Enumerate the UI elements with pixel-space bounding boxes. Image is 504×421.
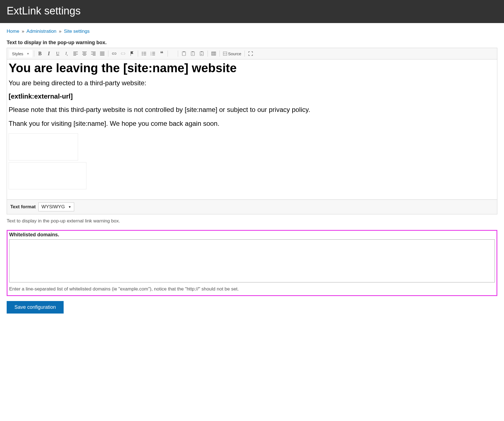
paste-text-button[interactable]: T [189,50,197,57]
whitelist-description: Enter a line-separated list of whitelist… [9,286,495,292]
maximize-button[interactable] [246,50,255,57]
svg-rect-36 [211,52,216,56]
styles-label: Styles [12,51,23,56]
editor-paragraph: Please note that this third-party websit… [9,105,495,114]
link-button[interactable] [110,50,118,57]
toolbar-separator [219,51,220,57]
toolbar-separator [168,51,168,57]
breadcrumb-home[interactable]: Home [7,29,19,34]
underline-button[interactable]: U [54,50,62,57]
whitelist-label: Whitelisted domains. [9,232,495,238]
text-format-label: Text format [10,204,36,210]
toolbar-separator [34,51,34,57]
numbered-list-button[interactable]: 123 [149,50,157,57]
table-button[interactable] [209,50,218,57]
main-content: Home » Administration » Site settings Te… [0,23,504,319]
text-format-bar: Text format WYSIWYG ▼ [7,200,497,214]
toolbar-separator [208,51,208,57]
align-center-button[interactable] [80,50,89,57]
wysiwyg-editor: Styles ▼ B I U Ix [7,48,497,200]
whitelist-textarea[interactable] [9,239,495,282]
svg-rect-28 [182,52,186,56]
page-header: ExtLink settings [0,0,504,23]
text-format-select[interactable]: WYSIWYG ▼ [38,202,74,211]
breadcrumb-administration[interactable]: Administration [26,29,56,34]
flag-button[interactable] [128,50,136,57]
editor-paragraph: You are being directed to a third-party … [9,79,495,87]
toolbar-separator [138,51,138,57]
editor-toolbar: Styles ▼ B I U Ix [7,48,497,59]
blockquote-button[interactable]: ❝ [158,50,166,57]
svg-point-16 [142,52,143,53]
unlink-button[interactable] [119,50,127,57]
page-title: ExtLink settings [7,5,497,17]
align-right-button[interactable] [89,50,98,57]
save-configuration-button[interactable]: Save configuration [7,301,64,314]
source-label: Source [228,51,241,56]
editor-token: [extlink:external-url] [9,92,495,100]
source-button[interactable]: Source [221,50,243,57]
editor-content-area[interactable]: You are leaving the [site:name] website … [7,59,497,199]
svg-rect-29 [183,51,185,52]
bold-button[interactable]: B [36,50,44,57]
caret-down-icon: ▼ [27,52,29,55]
breadcrumb-separator: » [22,29,24,34]
styles-dropdown[interactable]: Styles ▼ [9,50,32,57]
whitelist-section: Whitelisted domains. Enter a line-separa… [7,230,497,296]
align-left-button[interactable] [71,50,80,57]
svg-text:W: W [201,53,203,55]
breadcrumb-site-settings[interactable]: Site settings [64,29,90,34]
italic-button[interactable]: I [45,50,53,57]
text-format-selected: WYSIWYG [41,204,65,210]
bulleted-list-button[interactable] [140,50,148,57]
svg-text:3: 3 [151,54,151,56]
editor-heading: You are leaving the [site:name] website [9,61,495,75]
paste-word-button[interactable]: W [198,50,206,57]
editor-placeholder-box [9,133,78,161]
toolbar-separator [108,51,108,57]
paste-button[interactable] [180,50,188,57]
svg-rect-34 [201,51,203,52]
caret-down-icon: ▼ [68,205,71,209]
svg-text:T: T [192,53,193,56]
remove-format-button[interactable]: Ix [63,50,71,57]
popup-field-description: Text to display in the pop-up external l… [7,218,497,224]
editor-paragraph: Thank you for visiting [site:name]. We h… [9,119,495,128]
align-justify-button[interactable] [98,50,106,57]
breadcrumb-separator: » [59,29,61,34]
toolbar-separator [244,51,245,57]
svg-point-18 [142,55,143,56]
source-icon [223,52,227,56]
breadcrumb: Home » Administration » Site settings [7,29,497,34]
editor-placeholder-box [9,162,86,189]
svg-rect-31 [192,51,194,52]
svg-point-17 [142,53,143,54]
toolbar-separator [178,51,178,57]
popup-text-label: Text to display in the pop-up warning bo… [7,40,497,46]
